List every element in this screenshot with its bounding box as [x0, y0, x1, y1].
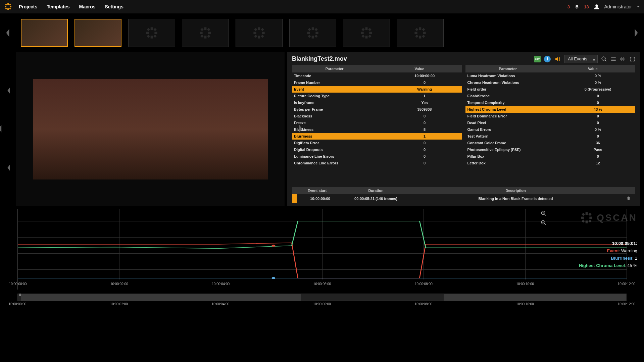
main-row: BlankingTest2.mov csv i All Events Param…	[0, 52, 644, 206]
graph-area[interactable]: 10:00:00:0010:00:02:0010:00:04:0010:00:0…	[17, 209, 627, 290]
param-value: 0 %	[560, 126, 635, 133]
param-header-val: Value	[377, 65, 462, 72]
main-nav: Projects Templates Macros Settings	[19, 4, 123, 9]
rail-prev-frame-icon[interactable]	[6, 87, 11, 95]
param-row: Freeze0	[292, 119, 462, 126]
user-name[interactable]: Administrator	[604, 4, 632, 9]
param-row: Frame Number0	[292, 79, 462, 86]
event-duration: 00:00:05:21 (146 frames)	[342, 197, 409, 201]
timeline-tick-label: 10:00:02:00	[110, 282, 128, 286]
svg-rect-18	[204, 36, 207, 38]
timeline-tick-label: 10:00:08:00	[415, 282, 433, 286]
param-value: 5	[387, 126, 462, 133]
user-icon[interactable]	[594, 4, 600, 10]
param-key: Chrominance Line Errors	[292, 160, 387, 166]
waveform-icon[interactable]	[620, 56, 626, 62]
fullscreen-icon[interactable]	[629, 56, 635, 62]
thumbnail[interactable]	[343, 19, 390, 47]
brand-text: QSCAN	[597, 212, 637, 223]
overview-tick-label: 10:00:12:00	[618, 302, 636, 306]
timeline-graph: 10:00:00:0010:00:02:0010:00:04:0010:00:0…	[0, 206, 644, 292]
svg-rect-55	[415, 35, 418, 38]
param-key: Blackness	[292, 113, 387, 119]
graph-readout: 10:00:05:01: Event: Warning Blurriness: …	[579, 240, 637, 269]
param-row: Flash/Strobe0	[465, 93, 636, 99]
svg-rect-49	[419, 27, 422, 30]
thumbnail-strip	[0, 13, 644, 52]
preview-image	[33, 79, 268, 179]
notif-count[interactable]: 13	[584, 4, 589, 9]
left-rail	[4, 52, 13, 206]
param-row: Pillar Box0	[465, 153, 636, 160]
svg-rect-35	[307, 32, 310, 34]
param-header-val: Value	[550, 65, 635, 72]
param-key: Field order	[465, 86, 561, 93]
timeline-tick-label: 10:00:00:00	[9, 282, 27, 286]
user-caret-icon[interactable]	[637, 5, 640, 8]
events-header-start: Event start	[292, 187, 342, 194]
top-right: 3 13 Administrator	[567, 4, 640, 10]
overview-scrollbar[interactable]: 0	[17, 294, 627, 301]
info-icon[interactable]: i	[544, 56, 551, 62]
search-icon[interactable]	[601, 56, 607, 62]
bell-icon[interactable]	[575, 4, 579, 9]
audio-icon[interactable]	[554, 56, 561, 62]
event-filter-select[interactable]: All Events	[564, 55, 598, 63]
param-key: Digital Dropouts	[292, 146, 387, 153]
param-value: 43 %	[560, 106, 635, 113]
thumbnail[interactable]	[21, 19, 68, 47]
preview-next-button[interactable]	[298, 124, 303, 135]
export-csv-icon[interactable]: csv	[534, 56, 541, 62]
timeline-tick-label: 10:00:04:00	[212, 282, 230, 286]
details-header: BlankingTest2.mov csv i All Events	[292, 55, 635, 62]
param-value: 3509808	[387, 106, 462, 113]
param-key: Blurriness	[292, 133, 387, 140]
thumbnail[interactable]	[128, 19, 175, 47]
svg-rect-20	[208, 32, 211, 34]
svg-rect-39	[308, 35, 311, 38]
nav-projects[interactable]: Projects	[19, 4, 37, 9]
zoom-in-icon[interactable]	[541, 210, 547, 216]
thumbs-prev-button[interactable]	[3, 18, 13, 48]
svg-rect-19	[200, 32, 202, 34]
frame-preview	[16, 52, 285, 206]
rail-collapse-icon[interactable]	[6, 164, 11, 172]
svg-rect-25	[258, 27, 260, 30]
svg-rect-73	[588, 213, 591, 216]
nav-macros[interactable]: Macros	[79, 4, 95, 9]
thumbnail[interactable]	[75, 19, 121, 47]
event-row[interactable]: 10:00:00:0000:00:05:21 (146 frames)Blank…	[292, 194, 635, 203]
playhead-marker[interactable]	[271, 245, 275, 247]
event-marker	[292, 194, 297, 203]
param-key: Is keyframe	[292, 99, 387, 106]
zoom-out-icon[interactable]	[541, 220, 547, 226]
nav-settings[interactable]: Settings	[105, 4, 123, 9]
svg-rect-1	[7, 8, 9, 10]
thumbnail[interactable]	[236, 19, 283, 47]
param-key: Blockiness	[292, 126, 387, 133]
thumbnail[interactable]	[289, 19, 336, 47]
svg-rect-2	[5, 6, 6, 7]
playhead-marker-2[interactable]	[271, 277, 275, 279]
svg-rect-48	[368, 35, 371, 38]
nav-templates[interactable]: Templates	[47, 4, 69, 9]
readout-event-label: Event	[607, 248, 618, 253]
thumbnail[interactable]	[182, 19, 229, 47]
preview-prev-button[interactable]	[0, 124, 3, 135]
svg-rect-36	[315, 32, 318, 34]
svg-rect-26	[258, 36, 260, 38]
svg-rect-31	[254, 35, 257, 38]
event-delete-icon[interactable]	[622, 196, 635, 201]
svg-rect-5	[9, 4, 11, 6]
thumbnail[interactable]	[397, 19, 444, 47]
svg-rect-58	[611, 57, 616, 58]
list-icon[interactable]	[610, 56, 616, 62]
top-bar: Projects Templates Macros Settings 3 13 …	[0, 0, 644, 13]
param-key: Dead Pixel	[465, 119, 561, 126]
svg-rect-32	[261, 35, 264, 38]
alert-count[interactable]: 3	[567, 4, 570, 9]
param-row: Picture Coding TypeI	[292, 93, 462, 99]
param-value: 0	[387, 146, 462, 153]
thumbs-next-button[interactable]	[631, 18, 641, 48]
param-row: Letter Box12	[465, 160, 636, 166]
